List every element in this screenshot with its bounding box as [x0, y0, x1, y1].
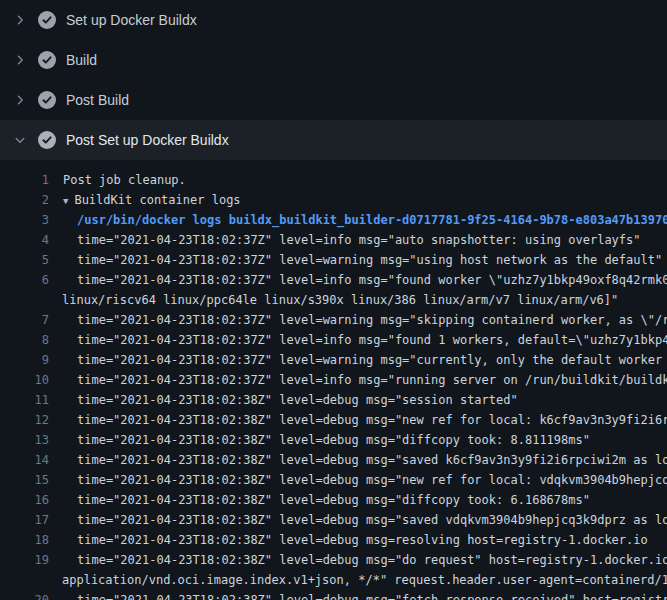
log-line: 7 time="2021-04-23T18:02:37Z" level=warn…: [0, 310, 667, 330]
log-line: 16 time="2021-04-23T18:02:38Z" level=deb…: [0, 490, 667, 510]
log-text: time="2021-04-23T18:02:38Z" level=debug …: [49, 390, 667, 410]
log-line: 15 time="2021-04-23T18:02:38Z" level=deb…: [0, 470, 667, 490]
line-number: 16: [0, 490, 49, 510]
step-build[interactable]: Build: [0, 40, 667, 80]
check-circle-icon: [38, 131, 56, 149]
step-post-build[interactable]: Post Build: [0, 80, 667, 120]
log-text: time="2021-04-23T18:02:38Z" level=debug …: [49, 530, 667, 550]
line-number: 13: [0, 430, 49, 450]
log-text: time="2021-04-23T18:02:37Z" level=warnin…: [49, 350, 667, 370]
log-text: application/vnd.oci.image.index.v1+json,…: [49, 570, 667, 590]
group-collapse-icon[interactable]: ▼: [63, 196, 68, 206]
log-text: time="2021-04-23T18:02:37Z" level=warnin…: [49, 250, 667, 270]
line-number: 5: [0, 250, 49, 270]
log-output: 1 Post job cleanup. 2 ▼BuildKit containe…: [0, 160, 667, 600]
log-text: ▼BuildKit container logs: [49, 190, 667, 210]
log-line: 12 time="2021-04-23T18:02:38Z" level=deb…: [0, 410, 667, 430]
log-group-header[interactable]: 2 ▼BuildKit container logs: [0, 190, 667, 210]
log-text: time="2021-04-23T18:02:38Z" level=debug …: [49, 430, 667, 450]
check-circle-icon: [38, 91, 56, 109]
log-line: 4 time="2021-04-23T18:02:37Z" level=info…: [0, 230, 667, 250]
line-number: [0, 290, 49, 310]
line-number: 1: [0, 170, 49, 190]
line-number: 14: [0, 450, 49, 470]
line-number: [0, 570, 49, 590]
line-number: 17: [0, 510, 49, 530]
line-number: 7: [0, 310, 49, 330]
log-text: time="2021-04-23T18:02:38Z" level=debug …: [49, 510, 667, 530]
log-line-wrap: application/vnd.oci.image.index.v1+json,…: [0, 570, 667, 590]
line-number: 12: [0, 410, 49, 430]
log-line: 20 time="2021-04-23T18:02:38Z" level=deb…: [0, 590, 667, 600]
log-line: 1 Post job cleanup.: [0, 170, 667, 190]
line-number: 9: [0, 350, 49, 370]
line-number: 18: [0, 530, 49, 550]
chevron-right-icon[interactable]: [14, 94, 26, 106]
log-command-text: /usr/bin/docker logs buildx_buildkit_bui…: [49, 210, 667, 230]
actions-log-viewer: Set up Docker Buildx Build Post Build: [0, 0, 667, 600]
line-number: 8: [0, 330, 49, 350]
log-line: 8 time="2021-04-23T18:02:37Z" level=info…: [0, 330, 667, 350]
step-setup-docker-buildx[interactable]: Set up Docker Buildx: [0, 0, 667, 40]
check-circle-icon: [38, 11, 56, 29]
log-text: time="2021-04-23T18:02:38Z" level=debug …: [49, 590, 667, 600]
line-number: 2: [0, 190, 49, 210]
log-text: time="2021-04-23T18:02:38Z" level=debug …: [49, 410, 667, 430]
log-line: 14 time="2021-04-23T18:02:38Z" level=deb…: [0, 450, 667, 470]
log-line: 9 time="2021-04-23T18:02:37Z" level=warn…: [0, 350, 667, 370]
step-label: Build: [66, 52, 97, 68]
chevron-down-icon[interactable]: [14, 134, 26, 146]
step-label: Post Set up Docker Buildx: [66, 132, 229, 148]
log-line: 6 time="2021-04-23T18:02:37Z" level=info…: [0, 270, 667, 290]
log-line: 17 time="2021-04-23T18:02:38Z" level=deb…: [0, 510, 667, 530]
line-number: 3: [0, 210, 49, 230]
log-text: time="2021-04-23T18:02:38Z" level=debug …: [49, 450, 667, 470]
log-text: time="2021-04-23T18:02:37Z" level=info m…: [49, 270, 667, 290]
log-text: linux/riscv64 linux/ppc64le linux/s390x …: [49, 290, 667, 310]
log-text: Post job cleanup.: [49, 170, 667, 190]
log-text: time="2021-04-23T18:02:37Z" level=info m…: [49, 230, 667, 250]
log-text: time="2021-04-23T18:02:37Z" level=info m…: [49, 370, 667, 390]
chevron-right-icon[interactable]: [14, 54, 26, 66]
step-list: Set up Docker Buildx Build Post Build: [0, 0, 667, 160]
log-text: time="2021-04-23T18:02:38Z" level=debug …: [49, 490, 667, 510]
log-line: 18 time="2021-04-23T18:02:38Z" level=deb…: [0, 530, 667, 550]
step-post-setup-docker-buildx[interactable]: Post Set up Docker Buildx: [0, 120, 667, 160]
check-circle-icon: [38, 51, 56, 69]
chevron-right-icon[interactable]: [14, 14, 26, 26]
log-line: 19 time="2021-04-23T18:02:38Z" level=deb…: [0, 550, 667, 570]
log-text: time="2021-04-23T18:02:37Z" level=warnin…: [49, 310, 667, 330]
log-text: time="2021-04-23T18:02:38Z" level=debug …: [49, 470, 667, 490]
log-text: time="2021-04-23T18:02:38Z" level=debug …: [49, 550, 667, 570]
line-number: 4: [0, 230, 49, 250]
line-number: 15: [0, 470, 49, 490]
line-number: 20: [0, 590, 49, 600]
log-line: 11 time="2021-04-23T18:02:38Z" level=deb…: [0, 390, 667, 410]
step-label: Set up Docker Buildx: [66, 12, 197, 28]
log-line: 13 time="2021-04-23T18:02:38Z" level=deb…: [0, 430, 667, 450]
log-line: 5 time="2021-04-23T18:02:37Z" level=warn…: [0, 250, 667, 270]
line-number: 10: [0, 370, 49, 390]
log-line: 10 time="2021-04-23T18:02:37Z" level=inf…: [0, 370, 667, 390]
step-label: Post Build: [66, 92, 129, 108]
log-line: 3 /usr/bin/docker logs buildx_buildkit_b…: [0, 210, 667, 230]
line-number: 19: [0, 550, 49, 570]
line-number: 11: [0, 390, 49, 410]
log-text: time="2021-04-23T18:02:37Z" level=info m…: [49, 330, 667, 350]
group-title: BuildKit container logs: [74, 193, 240, 207]
line-number: 6: [0, 270, 49, 290]
log-line-wrap: linux/riscv64 linux/ppc64le linux/s390x …: [0, 290, 667, 310]
